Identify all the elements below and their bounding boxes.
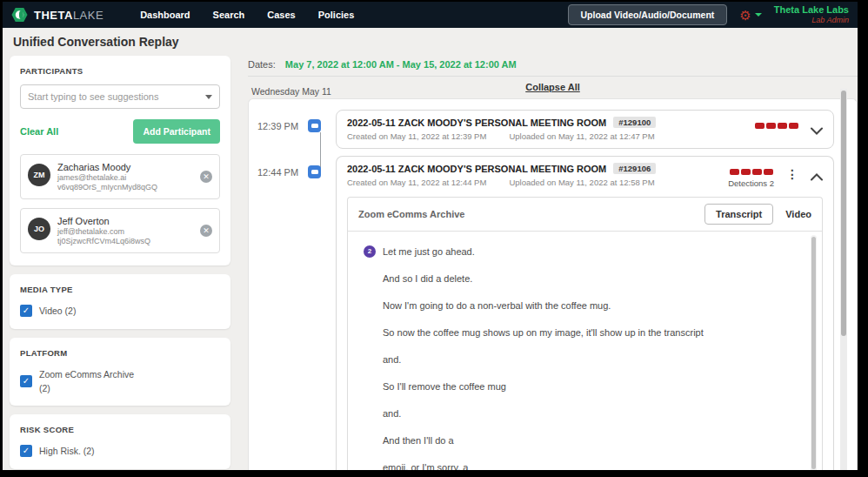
nav-item-cases[interactable]: Cases bbox=[267, 10, 295, 20]
thetalake-logo-icon bbox=[11, 7, 28, 23]
meeting-card-header[interactable]: 2022-05-11 ZACK MOODY'S PERSONAL MEETING… bbox=[337, 111, 833, 148]
risk-score-heading: RISK SCORE bbox=[20, 425, 220, 434]
meeting-created: Created on May 11, 2022 at 12:44 PM bbox=[347, 178, 486, 187]
nav-item-dashboard[interactable]: Dashboard bbox=[140, 10, 190, 20]
brand-text: THETALAKE bbox=[34, 9, 103, 22]
chevron-down-icon bbox=[755, 13, 762, 17]
participant-actions: Clear All Add Participant bbox=[20, 119, 220, 144]
chevron-down-icon[interactable] bbox=[205, 95, 212, 99]
media-type-heading: MEDIA TYPE bbox=[20, 285, 220, 294]
meeting-uploaded: Uploaded on May 11, 2022 at 12:47 PM bbox=[509, 131, 654, 141]
checkbox-checked-icon[interactable]: ✓ bbox=[20, 305, 32, 317]
remove-participant-icon[interactable]: ✕ bbox=[200, 225, 212, 237]
transcript-line: 2Let me just go ahead. bbox=[383, 245, 799, 258]
account-menu[interactable]: Theta Lake Labs Lab Admin bbox=[774, 4, 849, 25]
kebab-menu-icon[interactable]: ⋮ bbox=[786, 166, 798, 180]
filter-option-video: ✓ Video (2) bbox=[20, 305, 220, 319]
transcript-area: 2Let me just go ahead.And so I did a del… bbox=[348, 232, 822, 470]
top-nav-bar: THETALAKE Dashboard Search Cases Policie… bbox=[3, 2, 858, 28]
filter-option-high-risk: ✓ High Risk. (2) bbox=[20, 445, 220, 459]
upload-button[interactable]: Upload Video/Audio/Document bbox=[568, 4, 728, 25]
account-name: Theta Lake Labs bbox=[774, 4, 849, 16]
transcript-line: So now the coffee mug shows up on my ima… bbox=[383, 326, 799, 339]
meeting-card-expanded: 2022-05-11 ZACK MOODY'S PERSONAL MEETING… bbox=[336, 156, 834, 470]
video-camera-icon bbox=[308, 119, 321, 132]
day-label: Wednesday May 11 bbox=[251, 86, 331, 97]
nav-item-policies[interactable]: Policies bbox=[318, 10, 355, 20]
settings-menu[interactable]: ⚙ bbox=[739, 9, 761, 22]
meeting-card-collapsed: 2022-05-11 ZACK MOODY'S PERSONAL MEETING… bbox=[336, 110, 834, 149]
participant-email: james@thetalake.ai bbox=[57, 173, 157, 182]
page-scrollbar-thumb[interactable] bbox=[841, 91, 846, 336]
timeline-marker bbox=[304, 156, 336, 470]
participant-name: Zacharias Moody bbox=[57, 162, 157, 172]
nav-items: Dashboard Search Cases Policies bbox=[140, 10, 354, 20]
add-participant-button[interactable]: Add Participant bbox=[133, 119, 220, 144]
meeting-title: 2022-05-11 ZACK MOODY'S PERSONAL MEETING… bbox=[347, 164, 606, 174]
platform-heading: PLATFORM bbox=[20, 348, 220, 358]
filter-label: Zoom eComms Archive (2) bbox=[39, 368, 134, 396]
gear-icon: ⚙ bbox=[739, 9, 751, 22]
chevron-up-icon[interactable] bbox=[811, 166, 823, 185]
participants-card: PARTICIPANTS Clear All Add Participant Z… bbox=[10, 56, 230, 265]
filter-sidebar: PARTICIPANTS Clear All Add Participant Z… bbox=[3, 54, 236, 470]
meeting-id-badge: #129100 bbox=[613, 117, 656, 128]
participant-search-input[interactable] bbox=[20, 84, 220, 109]
page-scrollbar[interactable] bbox=[840, 89, 847, 470]
remove-participant-icon[interactable]: ✕ bbox=[200, 171, 212, 183]
nav-item-search[interactable]: Search bbox=[213, 10, 245, 20]
dates-range-link[interactable]: May 7, 2022 at 12:00 AM - May 15, 2022 a… bbox=[285, 59, 517, 70]
meeting-row: 12:39 PM 2022-05-11 ZACK MOODY'S PERSONA… bbox=[254, 110, 834, 149]
avatar: ZM bbox=[28, 164, 50, 186]
tab-transcript[interactable]: Transcript bbox=[704, 204, 773, 225]
meeting-time: 12:39 PM bbox=[254, 110, 304, 149]
topbar-right: Upload Video/Audio/Document ⚙ Theta Lake… bbox=[568, 4, 849, 25]
replay-panel-header: Zoom eComms Archive Transcript Video bbox=[348, 198, 822, 232]
meeting-row: 12:44 PM 2022-05-11 ZACK MOODY'S PERSONA… bbox=[254, 156, 834, 470]
dates-row: Dates: May 7, 2022 at 12:00 AM - May 15,… bbox=[248, 54, 858, 76]
dates-label: Dates: bbox=[248, 59, 276, 70]
day-group-header: Wednesday May 11 Collapse All bbox=[248, 76, 858, 98]
participant-session-id: v6vq89OrS_mIycnMyd8qGQ bbox=[57, 183, 157, 191]
transcript-line: And then I'll do a bbox=[383, 434, 799, 447]
meeting-title: 2022-05-11 ZACK MOODY'S PERSONAL MEETING… bbox=[347, 118, 606, 128]
meeting-time: 12:44 PM bbox=[254, 156, 304, 470]
risk-meter bbox=[755, 120, 798, 129]
day-group-panel: 12:39 PM 2022-05-11 ZACK MOODY'S PERSONA… bbox=[248, 98, 858, 470]
transcript-line: And so I did a delete. bbox=[383, 272, 799, 285]
clear-all-link[interactable]: Clear All bbox=[20, 126, 58, 137]
checkbox-checked-icon[interactable]: ✓ bbox=[20, 445, 32, 457]
detections-count: Detections 2 bbox=[728, 178, 774, 188]
chevron-down-icon[interactable] bbox=[811, 120, 823, 138]
transcript-scrollbar[interactable] bbox=[811, 235, 817, 470]
meeting-rows: 12:39 PM 2022-05-11 ZACK MOODY'S PERSONA… bbox=[254, 110, 834, 470]
collapse-all-link[interactable]: Collapse All bbox=[525, 82, 580, 92]
filter-label: Video (2) bbox=[39, 305, 76, 319]
speaker-badge: 2 bbox=[364, 245, 376, 258]
checkbox-checked-icon[interactable]: ✓ bbox=[20, 375, 32, 387]
replay-tabs: Transcript Video bbox=[704, 204, 811, 225]
meeting-card-header[interactable]: 2022-05-11 ZACK MOODY'S PERSONAL MEETING… bbox=[337, 157, 833, 195]
participant-session-id: tj0SjzwcRfCVm4Lq6i8wsQ bbox=[57, 237, 150, 245]
platform-card: PLATFORM ✓ Zoom eComms Archive (2) bbox=[10, 338, 230, 406]
transcript-lines: 2Let me just go ahead.And so I did a del… bbox=[383, 245, 799, 470]
participant-email: jeff@thetalake.com bbox=[57, 227, 150, 236]
risk-score-card: RISK SCORE ✓ High Risk. (2) bbox=[10, 414, 230, 469]
replay-panel: Zoom eComms Archive Transcript Video 2Le… bbox=[347, 197, 823, 470]
participant-name: Jeff Overton bbox=[57, 216, 150, 226]
participant-item: ZM Zacharias Moody james@thetalake.ai v6… bbox=[20, 154, 220, 199]
title-bar: Unified Conversation Replay bbox=[3, 28, 858, 54]
video-camera-icon bbox=[308, 165, 321, 178]
participant-item: JO Jeff Overton jeff@thetalake.com tj0Sj… bbox=[20, 208, 220, 253]
transcript-scrollbar-thumb[interactable] bbox=[811, 237, 816, 469]
media-type-card: MEDIA TYPE ✓ Video (2) bbox=[10, 274, 230, 329]
thetalake-logo[interactable]: THETALAKE bbox=[11, 7, 103, 23]
timeline-connector bbox=[320, 132, 321, 171]
transcript-line: emoji, or I'm sorry, a bbox=[383, 461, 799, 470]
participant-typeahead bbox=[20, 84, 220, 109]
transcript-line: Now I'm going to do a non-verbal with th… bbox=[383, 299, 799, 312]
transcript-line: and. bbox=[383, 407, 799, 420]
tab-video[interactable]: Video bbox=[785, 209, 811, 219]
source-platform-label: Zoom eComms Archive bbox=[358, 209, 464, 219]
meeting-created: Created on May 11, 2022 at 12:39 PM bbox=[347, 131, 486, 141]
